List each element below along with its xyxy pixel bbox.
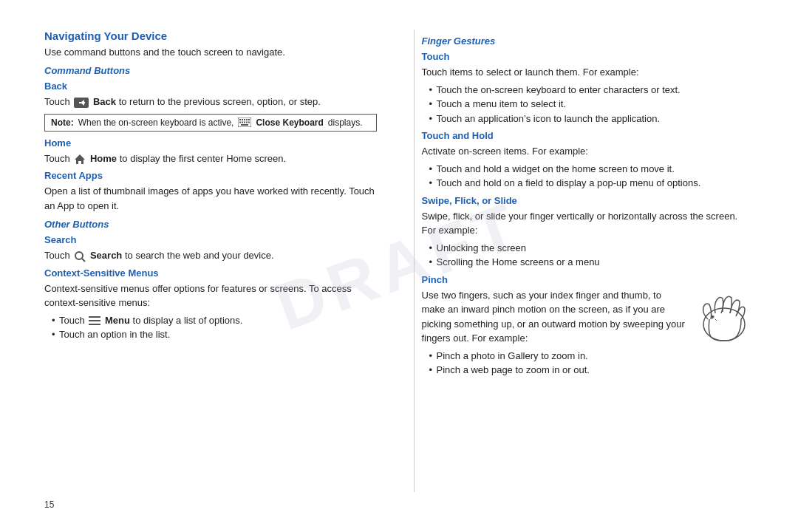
svg-line-17: [82, 259, 85, 262]
svg-rect-8: [248, 119, 250, 120]
touch-hold-bullet-1: Touch and hold a widget on the home scre…: [429, 162, 754, 177]
touch-intro: Touch items to select or launch them. Fo…: [422, 65, 754, 80]
pinch-bullet-1: Pinch a photo in Gallery to zoom in.: [429, 349, 688, 364]
note-close-keyboard-label: Close Keyboard: [256, 117, 323, 128]
back-bold-label: Back: [93, 96, 116, 107]
home-bold-label: Home: [90, 153, 117, 164]
page-container: Navigating Your Device Use command butto…: [0, 0, 798, 532]
swipe-bullet-list: Unlocking the screen Scrolling the Home …: [422, 241, 754, 270]
svg-point-21: [703, 308, 745, 341]
back-header: Back: [44, 81, 377, 92]
home-suffix-text: to display the first center Home screen.: [120, 153, 286, 164]
touch-bullet-2: Touch a menu item to select it.: [429, 97, 754, 112]
touch-bullet-1: Touch the on-screen keyboard to enter ch…: [429, 83, 754, 98]
svg-rect-14: [241, 124, 248, 126]
svg-rect-5: [242, 119, 243, 120]
back-suffix-text: to return to the previous screen, option…: [119, 96, 321, 107]
back-text: Touch Back to return to the previous scr…: [44, 95, 377, 109]
search-icon: [74, 250, 86, 262]
touch-hold-header: Touch and Hold: [422, 130, 754, 141]
back-icon: [74, 98, 89, 108]
intro-text: Use command buttons and the touch screen…: [44, 47, 377, 58]
context-header: Context-Sensitive Menus: [44, 267, 377, 279]
svg-rect-6: [244, 119, 245, 120]
svg-rect-11: [244, 122, 245, 123]
finger-gestures-header: Finger Gestures: [422, 35, 754, 47]
command-buttons-header: Command Buttons: [44, 65, 377, 76]
pinch-illustration: [695, 291, 754, 349]
search-bold-label: Search: [90, 250, 122, 261]
search-text: Touch Search to search the web and your …: [44, 248, 377, 263]
svg-rect-12: [246, 122, 248, 123]
page-title: Navigating Your Device: [44, 30, 377, 42]
note-label: Note:: [51, 117, 74, 128]
home-text: Touch Home to display the first center H…: [44, 151, 377, 166]
svg-rect-10: [242, 122, 243, 123]
search-suffix-text: to search the web and your device.: [125, 250, 274, 261]
svg-marker-15: [75, 154, 85, 164]
swipe-bullet-1: Unlocking the screen: [429, 241, 754, 256]
note-text: When the on-screen keyboard is active,: [78, 117, 234, 128]
svg-point-16: [75, 252, 83, 259]
left-column: Navigating Your Device Use command butto…: [44, 30, 384, 492]
search-touch-label: Touch: [44, 250, 70, 261]
context-bullet-list: Touch Menu to display a list of options.…: [44, 313, 377, 342]
svg-rect-4: [239, 119, 241, 120]
pinch-hand-svg: [695, 291, 754, 347]
svg-rect-13: [248, 122, 250, 123]
svg-rect-7: [246, 119, 248, 120]
search-header: Search: [44, 234, 377, 245]
context-bullet-2: Touch an option in the list.: [52, 327, 377, 342]
pinch-bullet-2: Pinch a web page to zoom in or out.: [429, 363, 688, 378]
swipe-intro: Swipe, flick, or slide your finger verti…: [422, 209, 754, 238]
touch-header: Touch: [422, 51, 754, 62]
recent-apps-header: Recent Apps: [44, 170, 377, 181]
keyboard-icon: [238, 117, 251, 127]
swipe-header: Swipe, Flick, or Slide: [422, 195, 754, 206]
touch-hold-bullet-2: Touch and hold on a field to display a p…: [429, 176, 754, 191]
pinch-text-block: Use two fingers, such as your index fing…: [422, 288, 688, 381]
pinch-header: Pinch: [422, 274, 754, 285]
page-number: 15: [44, 499, 754, 510]
pinch-bullet-list: Pinch a photo in Gallery to zoom in. Pin…: [422, 349, 688, 378]
back-touch-label: Touch: [44, 96, 70, 107]
pinch-text: Use two fingers, such as your index fing…: [422, 288, 688, 346]
svg-rect-19: [89, 320, 100, 321]
home-header: Home: [44, 137, 377, 149]
recent-apps-text: Open a list of thumbnail images of apps …: [44, 184, 377, 213]
context-menu-bold: Menu: [105, 315, 130, 326]
right-column: Finger Gestures Touch Touch items to sel…: [414, 30, 754, 492]
touch-hold-intro: Activate on-screen items. For example:: [422, 144, 754, 159]
pinch-section: Use two fingers, such as your index fing…: [422, 288, 754, 381]
content-columns: Navigating Your Device Use command butto…: [44, 30, 754, 492]
note-box: Note: When the on-screen keyboard is act…: [44, 114, 377, 132]
svg-rect-18: [89, 316, 100, 318]
touch-bullet-3: Touch an application’s icon to launch th…: [429, 112, 754, 126]
context-text: Context-sensitive menus offer options fo…: [44, 282, 377, 310]
touch-bullet-list: Touch the on-screen keyboard to enter ch…: [422, 83, 754, 126]
menu-icon: [89, 316, 100, 325]
context-bullet-1: Touch Menu to display a list of options.: [52, 313, 377, 328]
svg-rect-20: [89, 324, 100, 325]
home-icon: [74, 154, 86, 165]
svg-rect-2: [79, 102, 85, 103]
touch-hold-bullet-list: Touch and hold a widget on the home scre…: [422, 162, 754, 191]
swipe-bullet-2: Scrolling the Home screens or a menu: [429, 255, 754, 270]
note-suffix: displays.: [328, 117, 363, 128]
other-buttons-header: Other Buttons: [44, 219, 377, 230]
home-touch-label: Touch: [44, 153, 70, 164]
svg-rect-9: [239, 122, 241, 123]
